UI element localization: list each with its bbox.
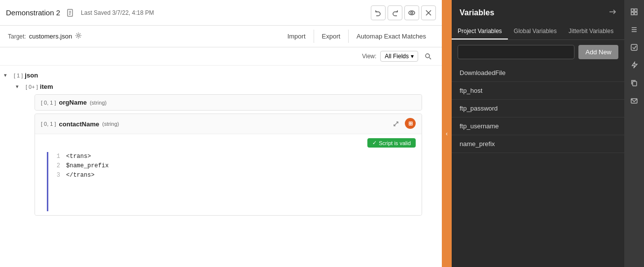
tree-item: ▾ [ 0+ ] item: [0, 81, 442, 92]
tab-global-variables[interactable]: Global Variables: [508, 24, 563, 39]
script-line-1: 1 <trans>: [52, 152, 416, 161]
tool-panel: [624, 0, 644, 267]
doc-icon: [66, 8, 75, 17]
script-valid-badge: ✓ Script is valid: [367, 138, 416, 148]
variable-item-ftp_host[interactable]: ftp_host: [452, 82, 624, 100]
svg-rect-16: [635, 12, 637, 15]
variable-item-ftp_username[interactable]: ftp_username: [452, 117, 624, 135]
sidebar-header: Variables: [452, 0, 624, 24]
contactName-type: (string): [102, 121, 119, 127]
field-contactName-header: [ 0, 1 ] contactName (string) ⊞: [35, 114, 422, 134]
toolbar: Target: customers.json Import Export Aut…: [0, 26, 442, 47]
script-lines: 1 <trans> 2 $name_prefix 3 </trans>: [52, 152, 416, 181]
bolt-tool-button[interactable]: [626, 57, 642, 73]
svg-rect-14: [635, 9, 637, 11]
svg-point-8: [77, 35, 79, 37]
item-badge: [ 0+ ]: [26, 84, 38, 90]
variable-item-name_prefix[interactable]: name_prefix: [452, 135, 624, 153]
contactName-name: contactName: [59, 120, 100, 128]
schema-area: ▾ [ 1 ] json ▾ [ 0+ ] item [ 0, 1 ] orgN…: [0, 66, 442, 267]
orgName-badge: [ 0, 1 ]: [41, 100, 56, 106]
last-saved: Last Saved 3/7/22, 4:18 PM: [81, 9, 154, 16]
item-name: item: [40, 83, 53, 90]
svg-rect-23: [633, 81, 637, 86]
header: Demonstration 2 Last Saved 3/7/22, 4:18 …: [0, 0, 442, 26]
svg-line-22: [634, 46, 636, 49]
script-line-2: 2 $name_prefix: [52, 161, 416, 171]
sidebar-search: Add New: [452, 40, 624, 64]
script-button[interactable]: ⊞: [405, 118, 416, 129]
tab-jitterbit-variables[interactable]: Jitterbit Variables: [563, 24, 619, 39]
variables-sidebar: Variables Project Variables Global Varia…: [452, 0, 624, 267]
variable-item-DownloadedFile[interactable]: DownloadedFile: [452, 64, 624, 82]
svg-rect-13: [631, 9, 634, 11]
svg-rect-20: [631, 44, 637, 50]
undo-button[interactable]: [371, 5, 386, 20]
view-label: View:: [362, 53, 376, 60]
view-select[interactable]: All Fields ▾: [380, 51, 418, 62]
svg-point-9: [426, 54, 429, 58]
svg-line-11: [394, 122, 398, 126]
item-toggle[interactable]: ▾: [16, 83, 24, 90]
target-file: customers.json: [29, 33, 72, 40]
script-editor: ✓ Script is valid 1 <trans> 2 $name_pref…: [35, 134, 422, 215]
target-label: Target:: [8, 33, 26, 40]
header-actions: [371, 5, 436, 20]
svg-rect-15: [631, 12, 634, 15]
app-title: Demonstration 2: [6, 8, 60, 17]
variables-list: DownloadedFile ftp_host ftp_password ftp…: [452, 64, 624, 267]
sidebar-collapse-button[interactable]: [608, 8, 616, 18]
copy-tool-button[interactable]: [626, 75, 642, 91]
tree-root: ▾ [ 1 ] json: [0, 70, 442, 81]
search-input[interactable]: [458, 45, 574, 59]
variable-item-ftp_password[interactable]: ftp_password: [452, 100, 624, 117]
resize-button[interactable]: [390, 118, 402, 130]
grid-tool-button[interactable]: [626, 4, 642, 20]
svg-point-5: [411, 12, 413, 14]
automap-button[interactable]: Automap Exact Matches: [349, 30, 434, 43]
contactName-badge: [ 0, 1 ]: [41, 121, 56, 127]
root-name: json: [25, 72, 38, 79]
redo-button[interactable]: [388, 5, 402, 20]
toolbar-actions: Import Export Automap Exact Matches: [280, 30, 434, 43]
sidebar-title: Variables: [460, 8, 494, 17]
import-button[interactable]: Import: [280, 30, 314, 43]
field-orgName: [ 0, 1 ] orgName (string): [35, 94, 422, 111]
script-content[interactable]: 1 <trans> 2 $name_prefix 3 </trans>: [47, 152, 416, 211]
mail-tool-button[interactable]: [626, 93, 642, 109]
settings-icon[interactable]: [75, 32, 82, 40]
field-contactName: [ 0, 1 ] contactName (string) ⊞: [35, 114, 422, 216]
orgName-type: (string): [90, 100, 107, 106]
root-badge: [ 1 ]: [14, 73, 23, 78]
view-search-icon[interactable]: [422, 50, 434, 62]
field-orgName-header: [ 0, 1 ] orgName (string): [35, 95, 422, 110]
orgName-name: orgName: [59, 99, 87, 106]
svg-point-4: [409, 11, 415, 15]
sidebar-tabs: Project Variables Global Variables Jitte…: [452, 24, 624, 40]
chevron-down-icon: ▾: [411, 53, 414, 60]
close-button[interactable]: [421, 5, 436, 20]
contactName-actions: ⊞: [390, 118, 416, 130]
root-toggle[interactable]: ▾: [4, 72, 12, 78]
list-tool-button[interactable]: [626, 22, 642, 38]
tab-project-variables[interactable]: Project Variables: [452, 24, 508, 39]
script-line-3: 3 </trans>: [52, 171, 416, 180]
svg-line-10: [429, 58, 431, 60]
collapse-handle[interactable]: ‹: [442, 0, 452, 267]
v-tool-button[interactable]: [626, 39, 642, 55]
export-button[interactable]: Export: [314, 30, 349, 43]
main-area: Demonstration 2 Last Saved 3/7/22, 4:18 …: [0, 0, 442, 267]
view-bar: View: All Fields ▾: [0, 47, 442, 66]
add-new-button[interactable]: Add New: [578, 45, 618, 59]
preview-button[interactable]: [404, 5, 419, 20]
